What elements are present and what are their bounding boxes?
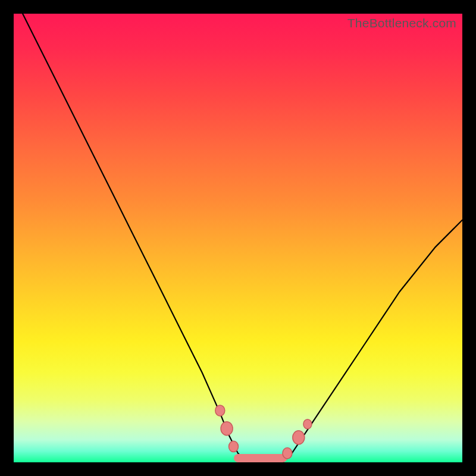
curve-marker [215, 405, 225, 416]
markers-group [215, 405, 312, 459]
curve-marker [303, 419, 312, 429]
curve-marker [229, 441, 239, 452]
bottleneck-plot [14, 14, 462, 462]
curve-marker [293, 431, 305, 444]
chart-area: TheBottleneck.com [14, 14, 462, 462]
watermark-text: TheBottleneck.com [347, 16, 456, 30]
curve-marker [283, 448, 292, 459]
curve-marker [221, 422, 233, 436]
bottleneck-curve [23, 14, 462, 462]
